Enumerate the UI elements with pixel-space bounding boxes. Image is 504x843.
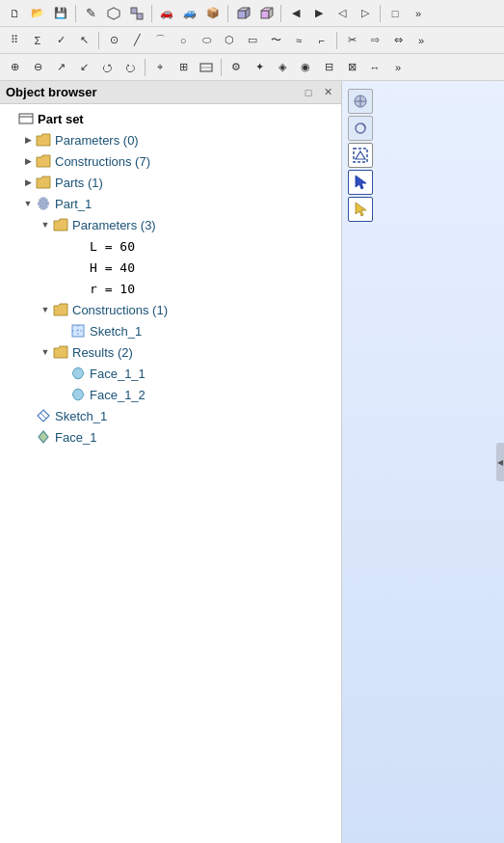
close-icon[interactable]: ✕ <box>320 85 335 100</box>
tb3-btn4[interactable]: ↙ <box>73 57 94 78</box>
right-toolbar <box>346 85 375 226</box>
tree-item-part1[interactable]: ▼ Part_1 <box>0 193 341 214</box>
tb3-btn10[interactable]: ⚙ <box>225 57 247 78</box>
expand-arrow-params3[interactable]: ▼ <box>39 218 52 231</box>
tree-item-sketch1-sub[interactable]: Sketch_1 <box>0 320 341 341</box>
tree-item-param-l[interactable]: L = 60 <box>0 235 341 257</box>
ellipse-button[interactable]: ⬭ <box>196 30 217 51</box>
folder-icon-params3 <box>52 216 69 233</box>
rotate-button[interactable] <box>348 116 373 141</box>
tree-item-param-h[interactable]: H = 40 <box>0 257 341 278</box>
box-button[interactable]: □ <box>385 3 406 24</box>
dots-button[interactable]: ⠿ <box>4 30 25 51</box>
car2-button[interactable]: 🚙 <box>179 3 200 24</box>
tb3-btn15[interactable]: ⊠ <box>341 57 362 78</box>
tb3-btn2[interactable]: ⊖ <box>27 57 48 78</box>
expand-arrow-part1[interactable]: ▼ <box>21 197 35 210</box>
tree-item-sketch1-top[interactable]: Sketch_1 <box>0 405 341 426</box>
tree-item-constructions-7[interactable]: ▶ Constructions (7) <box>0 150 341 172</box>
tb3-btn11[interactable]: ✦ <box>249 57 270 78</box>
fillet-button[interactable]: ⌐ <box>311 30 332 51</box>
expand-arrow-constr7[interactable]: ▶ <box>21 154 35 168</box>
tree-item-constructions-1[interactable]: ▼ Constructions (1) <box>0 299 341 320</box>
polygon-button[interactable]: ⬡ <box>219 30 240 51</box>
tree-item-face1-top[interactable]: Face_1 <box>0 426 341 448</box>
tb3-more[interactable]: » <box>387 57 409 78</box>
tb3-btn16[interactable]: ↔ <box>364 57 385 78</box>
more-button[interactable]: » <box>408 3 429 24</box>
part-button[interactable] <box>103 3 124 24</box>
trim-button[interactable]: ✂ <box>341 30 362 51</box>
tree-item-parameters-0[interactable]: ▶ Parameters (0) <box>0 129 341 150</box>
separator-2 <box>151 5 152 22</box>
tb3-btn7[interactable]: ⌖ <box>149 57 171 78</box>
tb3-btn9[interactable] <box>196 57 217 78</box>
arr-right2-button[interactable]: ▷ <box>355 3 376 24</box>
expand-arrow-results[interactable]: ▼ <box>39 345 52 359</box>
save-button[interactable]: 💾 <box>50 3 71 24</box>
arr-left-button[interactable]: ◀ <box>285 3 306 24</box>
pkg-button[interactable]: 📦 <box>202 3 224 24</box>
diamond-icon-face1 <box>35 428 52 446</box>
collapse-panel-handle[interactable]: ◀ <box>496 443 504 481</box>
face1-1-label: Face_1_1 <box>90 367 146 381</box>
car-button[interactable]: 🚗 <box>156 3 177 24</box>
arr-left2-button[interactable]: ◁ <box>332 3 353 24</box>
expand-arrow-params0[interactable]: ▶ <box>21 133 35 147</box>
tree-item-face1-2[interactable]: Face_1_2 <box>0 384 341 405</box>
open-button[interactable]: 📂 <box>27 3 48 24</box>
line-button[interactable]: ╱ <box>126 30 147 51</box>
separator-1 <box>75 5 76 22</box>
tb3-btn14[interactable]: ⊟ <box>318 57 339 78</box>
separator-9 <box>221 59 222 76</box>
sketch1-top-label: Sketch_1 <box>55 409 107 423</box>
folder-icon-parts1 <box>35 174 52 191</box>
tb3-btn8[interactable]: ⊞ <box>172 57 194 78</box>
parameters-3-label: Parameters (3) <box>72 218 156 232</box>
tree-item-parameters-3[interactable]: ▼ Parameters (3) <box>0 214 341 235</box>
circle-button[interactable]: ○ <box>172 30 194 51</box>
cursor-button[interactable]: ↖ <box>73 30 94 51</box>
new-button[interactable]: 🗋 <box>4 3 25 24</box>
tree-item-parts-1[interactable]: ▶ Parts (1) <box>0 172 341 193</box>
tree-item-results-2[interactable]: ▼ Results (2) <box>0 341 341 363</box>
svg-rect-6 <box>261 11 269 18</box>
face-icon-1-1 <box>69 365 87 382</box>
mirror-button[interactable]: ⇔ <box>387 30 409 51</box>
select-cursor2-button[interactable] <box>348 197 373 222</box>
tree-item-param-r[interactable]: r = 10 <box>0 278 341 299</box>
tree-item-face1-1[interactable]: Face_1_1 <box>0 363 341 384</box>
toolbar-row-2: ⠿ Σ ✓ ↖ ⊙ ╱ ⌒ ○ ⬭ ⬡ ▭ 〜 ≈ ⌐ ✂ ⇨ ⇔ » <box>0 27 504 54</box>
tb3-btn6[interactable]: ⭮ <box>119 57 141 78</box>
select-all-button[interactable] <box>348 143 373 168</box>
more2-button[interactable]: » <box>411 30 432 51</box>
expand-arrow-parts1[interactable]: ▶ <box>21 176 35 189</box>
tree-item-part-set[interactable]: Part set <box>0 108 341 129</box>
arr-right-button[interactable]: ▶ <box>308 3 330 24</box>
cube2-button[interactable] <box>255 3 277 24</box>
point-button[interactable]: ⊙ <box>103 30 124 51</box>
restore-icon[interactable]: □ <box>301 85 316 100</box>
tb3-btn12[interactable]: ◈ <box>272 57 293 78</box>
sigma-button[interactable]: Σ <box>27 30 48 51</box>
check-button[interactable]: ✓ <box>50 30 71 51</box>
sketch-button[interactable]: ✎ <box>80 3 101 24</box>
spline-button[interactable]: 〜 <box>265 30 286 51</box>
constructions-1-label: Constructions (1) <box>72 303 168 317</box>
cube-button[interactable] <box>232 3 253 24</box>
fit-view-button[interactable] <box>348 89 373 114</box>
arc-button[interactable]: ⌒ <box>149 30 171 51</box>
select-cursor-button[interactable] <box>348 170 373 195</box>
spline2-button[interactable]: ≈ <box>288 30 309 51</box>
tb3-btn5[interactable]: ⭯ <box>96 57 118 78</box>
svg-rect-11 <box>19 114 33 123</box>
offset-button[interactable]: ⇨ <box>364 30 385 51</box>
parts-1-label: Parts (1) <box>55 176 103 190</box>
tb3-btn3[interactable]: ↗ <box>50 57 71 78</box>
tb3-btn1[interactable]: ⊕ <box>4 57 25 78</box>
rect-button[interactable]: ▭ <box>242 30 263 51</box>
expand-arrow-constr1[interactable]: ▼ <box>39 303 52 316</box>
assembly-button[interactable] <box>126 3 147 24</box>
face-icon-1-2 <box>69 386 87 403</box>
tb3-btn13[interactable]: ◉ <box>295 57 316 78</box>
